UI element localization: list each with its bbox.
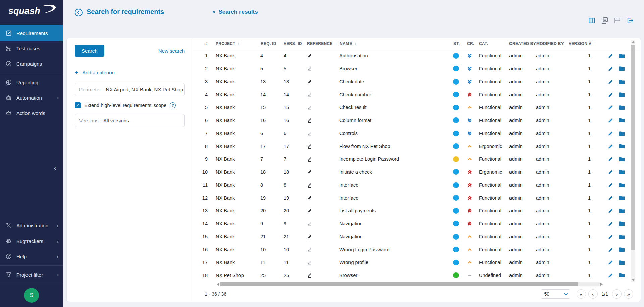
edit-pencil-button[interactable] (608, 118, 613, 123)
table-row[interactable]: 7NX Bank66ControlsFunctionaladminadmin1 (193, 127, 641, 140)
edit-pencil-button[interactable] (608, 195, 613, 201)
open-folder-button[interactable] (619, 79, 625, 84)
new-search-link[interactable]: New search (158, 48, 185, 54)
requirement-name-cell[interactable]: Initiate a check (339, 166, 451, 179)
requirement-name-cell[interactable]: Interface (339, 178, 451, 192)
requirement-name-cell[interactable]: Check date (339, 75, 451, 88)
table-row[interactable]: 3NX Bank1313Check dateFunctionaladminadm… (193, 75, 641, 88)
table-row[interactable]: 11NX Bank88InterfaceFunctionaladminadmin… (193, 178, 641, 192)
column-header-modified_by[interactable]: MODIFIED BY (536, 40, 565, 47)
open-folder-button[interactable] (619, 208, 625, 213)
requirement-name-cell[interactable]: Incomplete Login Password (339, 153, 451, 166)
open-folder-button[interactable] (619, 183, 625, 188)
perimeter-criterion[interactable]: Perimeter : NX Airport, NX Bank, NX Pet … (75, 83, 185, 96)
columns-icon[interactable] (588, 17, 596, 24)
table-row[interactable]: 16NX Bank1010Wrong Login PasswordFunctio… (193, 243, 641, 256)
sidebar-item-help[interactable]: Help› (0, 249, 63, 264)
table-row[interactable]: 5NX Bank1515Check resultFunctionaladmina… (193, 101, 641, 114)
last-page-button[interactable]: » (624, 289, 633, 299)
table-row[interactable]: 12NX Bank1919InterfaceFunctionaladminadm… (193, 192, 641, 205)
reference-edit-icon[interactable] (307, 169, 312, 175)
reference-edit-icon[interactable] (307, 234, 312, 240)
sidebar-item-action-words[interactable]: Action words (0, 105, 63, 121)
column-header-criticality[interactable]: CR. (465, 40, 479, 47)
open-folder-button[interactable] (619, 234, 625, 239)
table-row[interactable]: 15NX Bank2121NavigationFunctionaladminad… (193, 230, 641, 243)
sidebar-item-bugtrackers[interactable]: Bugtrackers› (0, 233, 63, 249)
requirement-name-cell[interactable]: Browser (339, 269, 451, 282)
table-row[interactable]: 14NX Bank99NavigationFunctionaladminadmi… (193, 217, 641, 231)
edit-pencil-button[interactable] (608, 169, 613, 175)
next-page-button[interactable]: › (612, 289, 622, 299)
open-folder-button[interactable] (619, 53, 625, 58)
column-header-created_by[interactable]: CREATED BY (509, 40, 536, 47)
sidebar-collapse-button[interactable]: ‹ (50, 163, 60, 172)
reference-edit-icon[interactable] (307, 208, 312, 214)
column-header-project[interactable]: PROJECT↑ (216, 40, 259, 47)
edit-pencil-button[interactable] (608, 260, 613, 265)
reference-edit-icon[interactable] (307, 182, 312, 188)
requirement-name-cell[interactable]: Navigation (339, 230, 451, 243)
reference-edit-icon[interactable] (307, 260, 312, 265)
requirement-name-cell[interactable]: Browser (339, 62, 451, 75)
open-folder-button[interactable] (619, 92, 625, 97)
column-header-vers_id[interactable]: VERS. ID (282, 40, 303, 47)
column-header-req_id[interactable]: REQ. ID (259, 40, 282, 47)
open-folder-button[interactable] (619, 273, 625, 278)
reference-edit-icon[interactable] (307, 66, 312, 71)
requirement-name-cell[interactable]: Flow from NX Pet Shop (339, 140, 451, 153)
table-row[interactable]: 9NX Bank77Incomplete Login PasswordFunct… (193, 153, 641, 166)
reference-edit-icon[interactable] (307, 92, 312, 97)
open-folder-button[interactable] (619, 195, 625, 200)
column-header-reference[interactable]: REFERENCE↑ (303, 40, 339, 47)
open-folder-button[interactable] (619, 157, 625, 162)
column-header-version[interactable]: VERSION V (565, 40, 593, 47)
scroll-right-arrow[interactable] (600, 283, 603, 286)
table-row[interactable]: 13NX Bank2020List all paymentsFunctional… (193, 204, 641, 217)
export-icon[interactable] (626, 17, 634, 24)
requirement-name-cell[interactable]: List all payments (339, 204, 451, 217)
search-results-link[interactable]: « Search results (212, 9, 258, 15)
requirement-name-cell[interactable]: Controls (339, 127, 451, 140)
table-row[interactable]: 1NX Bank44AuthorisationFunctionaladminad… (193, 49, 641, 62)
table-row[interactable]: 17NX Bank1111Wrong profileFunctionaladmi… (193, 256, 641, 269)
avatar[interactable]: S (24, 288, 39, 303)
edit-pencil-button[interactable] (608, 144, 613, 149)
requirement-name-cell[interactable]: Column format (339, 114, 451, 127)
open-folder-button[interactable] (619, 131, 625, 136)
vertical-scroll-thumb[interactable] (631, 45, 635, 250)
first-page-button[interactable]: « (577, 289, 586, 299)
requirement-name-cell[interactable]: Check number (339, 88, 451, 101)
requirement-name-cell[interactable]: Authorisation (339, 49, 451, 62)
table-row[interactable]: 4NX Bank1414Check numberFunctionaladmina… (193, 88, 641, 101)
open-folder-button[interactable] (619, 66, 625, 71)
reference-edit-icon[interactable] (307, 105, 312, 110)
sidebar-item-reporting[interactable]: Reporting (0, 74, 63, 90)
requirement-name-cell[interactable]: Check result (339, 101, 451, 114)
sidebar-item-requirements[interactable]: Requirements (0, 25, 63, 41)
requirement-name-cell[interactable]: Interface (339, 192, 451, 205)
edit-pencil-button[interactable] (608, 221, 613, 226)
sidebar-item-campaigns[interactable]: Campaigns (0, 56, 63, 71)
edit-pencil-button[interactable] (608, 182, 613, 188)
open-folder-button[interactable] (619, 105, 625, 110)
reference-edit-icon[interactable] (307, 53, 312, 59)
edit-pencil-button[interactable] (608, 234, 613, 239)
versions-criterion[interactable]: Versions : All versions (75, 114, 185, 127)
horizontal-scroll-thumb[interactable] (220, 282, 578, 286)
prev-page-button[interactable]: ‹ (588, 289, 598, 299)
flag-icon[interactable] (613, 17, 621, 24)
consult-icon[interactable] (601, 17, 608, 24)
scroll-down-arrow[interactable] (632, 279, 635, 281)
edit-pencil-button[interactable] (608, 79, 613, 84)
requirement-name-cell[interactable]: Wrong Login Password (339, 243, 451, 256)
help-circle-icon[interactable]: ? (170, 102, 176, 108)
edit-pencil-button[interactable] (608, 208, 613, 213)
table-row[interactable]: 10NX Bank1818Initiate a checkErgonomicad… (193, 166, 641, 179)
requirement-name-cell[interactable]: Navigation (339, 217, 451, 231)
reference-edit-icon[interactable] (307, 143, 312, 149)
sidebar-item-administration[interactable]: Administration› (0, 218, 63, 233)
table-row[interactable]: 2NX Bank55BrowserFunctionaladminadmin1 (193, 62, 641, 75)
column-header-name[interactable]: NAME↑ (339, 40, 451, 47)
open-folder-button[interactable] (619, 221, 625, 226)
